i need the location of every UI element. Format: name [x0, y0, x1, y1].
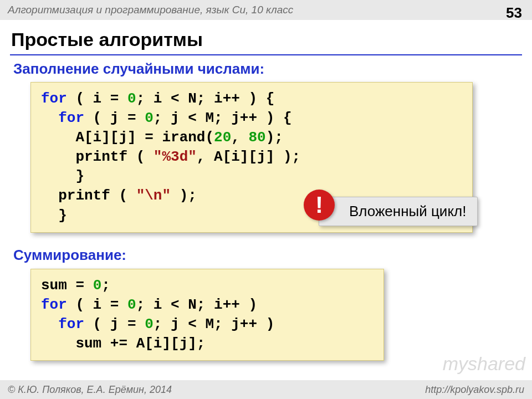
callout-text: Вложенный цикл! [349, 203, 466, 219]
section2-heading: Суммирование: [13, 247, 126, 264]
lit-str: "%3d" [154, 149, 197, 165]
lit-zero: 0 [93, 277, 102, 294]
lit-zero: 0 [127, 296, 136, 313]
footer-authors: К.Ю. Поляков, Е.А. Ерёмин, 2014 [18, 384, 172, 395]
title-rule [10, 54, 522, 55]
footer-url: http://kpolyakov.spb.ru [425, 380, 524, 399]
code-block-sum: sum = 0; for ( i = 0; i < N; i++ ) for (… [30, 269, 384, 361]
footer-bar: © К.Ю. Поляков, Е.А. Ерёмин, 2014 http:/… [0, 380, 532, 399]
header-bar: Алгоритмизация и программирование, язык … [0, 0, 532, 20]
callout-box: ! Вложенный цикл! [319, 197, 478, 226]
watermark: myshared [443, 353, 525, 375]
slide-title: Простые алгоритмы [11, 29, 203, 50]
section1-heading: Заполнение случайными числами: [13, 60, 264, 78]
kw-for: for [41, 90, 67, 107]
lit-num: 80 [249, 129, 266, 146]
kw-for: for [41, 110, 84, 126]
kw-for: for [41, 296, 67, 313]
lit-zero: 0 [127, 90, 136, 107]
exclamation-icon: ! [304, 190, 335, 221]
course-label: Алгоритмизация и программирование, язык … [8, 4, 293, 16]
lit-num: 20 [214, 129, 231, 146]
page-number: 53 [506, 3, 522, 23]
copyright-icon: © [8, 384, 18, 395]
lit-zero: 0 [145, 316, 154, 332]
callout: ! Вложенный цикл! [319, 197, 478, 226]
kw-for: for [41, 316, 84, 332]
lit-zero: 0 [145, 110, 154, 126]
lit-str: "\n" [136, 187, 171, 204]
